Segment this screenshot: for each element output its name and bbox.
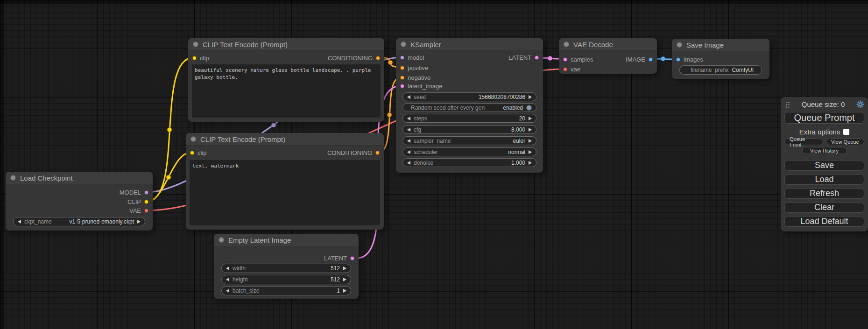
vae-slot-dot[interactable] xyxy=(144,209,148,213)
comfyui-canvas[interactable]: Load Checkpoint MODEL CLIP VAE ckpt_name… xyxy=(0,0,868,329)
conditioning-output-dot[interactable] xyxy=(375,151,380,155)
decrement-arrow-icon[interactable] xyxy=(407,117,410,120)
link-midpoint-dot xyxy=(167,127,172,132)
increment-arrow-icon[interactable] xyxy=(529,139,532,143)
node-title-bar[interactable]: Save Image xyxy=(672,39,769,51)
latent-output-dot[interactable] xyxy=(350,256,354,260)
widget-scheduler[interactable]: scheduler normal xyxy=(402,147,536,156)
collapse-dot[interactable] xyxy=(193,42,198,47)
node-empty-latent-image[interactable]: Empty Latent Image LATENT width 512 heig… xyxy=(214,234,359,299)
clip-input-dot[interactable] xyxy=(192,56,197,60)
collapse-dot[interactable] xyxy=(564,42,569,47)
queue-menu-panel[interactable]: Queue size: 0 Queue Prompt Extra options xyxy=(781,97,868,231)
node-title-bar[interactable]: Load Checkpoint xyxy=(6,172,153,184)
model-input-dot[interactable] xyxy=(400,56,404,60)
positive-input-dot[interactable] xyxy=(400,66,404,70)
widget-seed[interactable]: seed 156680208700286 xyxy=(402,92,536,101)
latent-output-dot[interactable] xyxy=(535,56,539,60)
menu-header: Queue size: 0 xyxy=(784,100,864,108)
increment-arrow-icon[interactable] xyxy=(343,289,346,293)
load-button[interactable]: Load xyxy=(784,174,864,185)
samples-input-dot[interactable] xyxy=(563,57,567,62)
view-history-button[interactable]: View History xyxy=(802,147,847,154)
model-slot-dot[interactable] xyxy=(144,190,148,195)
collapse-dot[interactable] xyxy=(401,42,406,47)
queue-prompt-button[interactable]: Queue Prompt xyxy=(784,112,864,124)
view-queue-button[interactable]: View Queue xyxy=(826,138,865,145)
images-input-dot[interactable] xyxy=(676,57,680,62)
increment-arrow-icon[interactable] xyxy=(529,161,532,165)
widget-random-seed-toggle[interactable]: Random seed after every gen enabled xyxy=(402,103,536,112)
widget-filename-prefix[interactable]: filename_prefix ComfyUI xyxy=(679,65,762,75)
node-title-bar[interactable]: CLIP Text Encode (Prompt) xyxy=(188,38,384,51)
widget-sampler-name[interactable]: sampler_name euler xyxy=(402,136,536,145)
widget-width[interactable]: width 512 xyxy=(221,264,351,273)
node-vae-decode[interactable]: VAE Decode samples IMAGE vae xyxy=(559,38,657,74)
node-save-image[interactable]: Save Image images filename_prefix ComfyU… xyxy=(672,39,769,79)
link-midpoint-dot xyxy=(661,56,665,61)
collapse-dot[interactable] xyxy=(191,136,196,142)
input-slot-images: images xyxy=(676,56,765,63)
queue-front-button[interactable]: Queue Front xyxy=(784,138,823,145)
increment-arrow-icon[interactable] xyxy=(529,117,532,120)
decrement-arrow-icon[interactable] xyxy=(407,95,410,99)
clip-slot-dot[interactable] xyxy=(144,200,148,204)
load-default-button[interactable]: Load Default xyxy=(784,216,864,227)
input-slot-positive: positive xyxy=(400,64,539,72)
increment-arrow-icon[interactable] xyxy=(529,150,532,154)
node-title: Save Image xyxy=(686,41,724,49)
node-title-bar[interactable]: CLIP Text Encode (Prompt) xyxy=(186,133,384,146)
decrement-arrow-icon[interactable] xyxy=(18,220,21,224)
collapse-dot[interactable] xyxy=(219,237,224,243)
node-clip-text-encode-negative[interactable]: CLIP Text Encode (Prompt) clip CONDITION… xyxy=(186,133,384,230)
increment-arrow-icon[interactable] xyxy=(343,278,346,281)
node-title: Load Checkpoint xyxy=(20,174,73,182)
prompt-textarea[interactable]: text, watermark xyxy=(190,160,380,225)
vae-input-dot[interactable] xyxy=(563,67,567,71)
widget-cfg[interactable]: cfg 8.000 xyxy=(402,125,536,134)
clip-input-dot[interactable] xyxy=(190,151,194,155)
increment-arrow-icon[interactable] xyxy=(529,128,532,132)
decrement-arrow-icon[interactable] xyxy=(407,128,410,132)
node-ksampler[interactable]: KSampler model LATENT positive negative … xyxy=(396,38,543,173)
node-title: CLIP Text Encode (Prompt) xyxy=(203,41,288,49)
collapse-dot[interactable] xyxy=(677,42,682,48)
toggle-dot[interactable] xyxy=(526,105,532,111)
decrement-arrow-icon[interactable] xyxy=(407,139,410,143)
widget-batch-size[interactable]: batch_size 1 xyxy=(221,286,351,295)
settings-gear-icon[interactable] xyxy=(856,100,864,108)
collapse-dot[interactable] xyxy=(10,175,16,181)
widget-height[interactable]: height 512 xyxy=(221,275,351,284)
increment-arrow-icon[interactable] xyxy=(137,220,141,224)
node-clip-text-encode-positive[interactable]: CLIP Text Encode (Prompt) clip CONDITION… xyxy=(188,38,384,122)
extra-options-label: Extra options xyxy=(799,128,840,136)
decrement-arrow-icon[interactable] xyxy=(226,289,229,293)
increment-arrow-icon[interactable] xyxy=(343,266,346,270)
node-title: Empty Latent Image xyxy=(228,236,291,244)
conditioning-output-dot[interactable] xyxy=(376,56,380,60)
decrement-arrow-icon[interactable] xyxy=(407,161,410,165)
refresh-button[interactable]: Refresh xyxy=(784,188,864,199)
decrement-arrow-icon[interactable] xyxy=(407,150,410,154)
prompt-textarea[interactable]: beautiful scenery nature glass bottle la… xyxy=(192,64,381,118)
increment-arrow-icon[interactable] xyxy=(529,95,532,99)
image-output-dot[interactable] xyxy=(649,57,653,62)
slot-row-samples: samples IMAGE xyxy=(563,56,653,63)
drag-handle-icon[interactable] xyxy=(785,101,790,108)
extra-options-checkbox[interactable] xyxy=(843,129,849,135)
decrement-arrow-icon[interactable] xyxy=(226,278,229,281)
widget-steps[interactable]: steps 20 xyxy=(402,114,536,123)
widget-ckpt-name[interactable]: ckpt_name v1-5-pruned-emaonly.ckpt xyxy=(13,217,145,226)
node-title-bar[interactable]: VAE Decode xyxy=(559,38,657,51)
decrement-arrow-icon[interactable] xyxy=(226,266,229,270)
save-button[interactable]: Save xyxy=(784,160,864,171)
link-midpoint-dot xyxy=(548,56,552,61)
clear-button[interactable]: Clear xyxy=(784,202,864,213)
latent-input-dot[interactable] xyxy=(400,84,404,88)
widget-denoise[interactable]: denoise 1.000 xyxy=(402,158,536,167)
node-load-checkpoint[interactable]: Load Checkpoint MODEL CLIP VAE ckpt_name… xyxy=(6,172,153,231)
node-title-bar[interactable]: KSampler xyxy=(396,38,543,51)
negative-input-dot[interactable] xyxy=(400,76,404,80)
node-title-bar[interactable]: Empty Latent Image xyxy=(214,234,359,246)
link-midpoint-dot xyxy=(388,60,393,65)
